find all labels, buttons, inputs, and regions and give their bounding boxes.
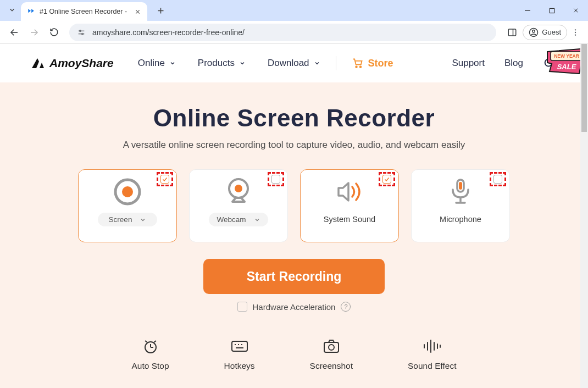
new-tab-button[interactable] xyxy=(153,3,168,18)
hero-section: Online Screen Recorder A versatile onlin… xyxy=(0,82,588,388)
guest-label: Guest xyxy=(542,28,561,36)
features-row: Auto Stop Hotkeys Screenshot Sound Effec… xyxy=(33,338,555,371)
keyboard-icon xyxy=(230,338,249,354)
vertical-scrollbar[interactable] xyxy=(580,44,588,388)
checkbox-microphone[interactable] xyxy=(493,175,502,184)
site-header: AmoyShare Online Products Download Store… xyxy=(0,44,588,82)
screen-dropdown[interactable]: Screen xyxy=(98,213,157,226)
close-window-button[interactable] xyxy=(564,2,588,19)
screen-icon xyxy=(113,178,142,206)
microphone-label: Microphone xyxy=(440,215,481,224)
svg-point-18 xyxy=(575,29,576,30)
page-subtitle: A versatile online screen recording tool… xyxy=(33,140,555,151)
tab-title: #1 Online Screen Recorder - xyxy=(40,8,133,15)
minimize-button[interactable] xyxy=(515,2,540,19)
window-controls xyxy=(515,0,588,21)
browser-tab[interactable]: #1 Online Screen Recorder - xyxy=(21,2,147,21)
hardware-acceleration-row: Hardware Acceleration ? xyxy=(33,302,555,312)
tab-search-button[interactable] xyxy=(5,3,19,16)
svg-point-21 xyxy=(356,66,357,68)
chevron-down-icon xyxy=(239,60,246,66)
checkbox-system-sound[interactable] xyxy=(382,175,391,184)
speaker-icon xyxy=(335,178,364,206)
tab-strip: #1 Online Screen Recorder - xyxy=(0,0,515,21)
svg-point-13 xyxy=(82,33,84,35)
info-icon[interactable]: ? xyxy=(341,302,351,312)
feature-auto-stop[interactable]: Auto Stop xyxy=(132,338,169,371)
site-settings-icon[interactable] xyxy=(76,28,87,37)
main-nav: Online Products Download xyxy=(138,58,320,69)
address-bar[interactable]: amoyshare.com/screen-recorder-free-onlin… xyxy=(69,24,496,41)
checkbox-screen[interactable] xyxy=(160,175,169,184)
hardware-acceleration-label: Hardware Acceleration xyxy=(253,302,336,312)
svg-line-39 xyxy=(154,341,156,342)
svg-rect-40 xyxy=(232,341,247,351)
highlight-system-sound-checkbox xyxy=(379,172,395,186)
highlight-microphone-checkbox xyxy=(490,172,506,186)
svg-point-22 xyxy=(359,66,361,68)
source-options: Screen Webcam xyxy=(33,169,555,242)
favicon-icon xyxy=(26,7,35,16)
logo-icon xyxy=(31,57,45,69)
tab-close-button[interactable] xyxy=(133,7,142,16)
webcam-dropdown[interactable]: Webcam xyxy=(209,213,268,226)
svg-point-30 xyxy=(235,185,242,192)
nav-divider xyxy=(336,56,336,70)
forward-button[interactable] xyxy=(26,25,42,40)
nav-download[interactable]: Download xyxy=(268,58,320,69)
browser-toolbar: amoyshare.com/screen-recorder-free-onlin… xyxy=(0,21,588,44)
soundwave-icon xyxy=(422,338,442,354)
checkbox-webcam[interactable] xyxy=(271,175,280,184)
browser-menu-button[interactable] xyxy=(567,24,584,41)
svg-point-12 xyxy=(80,30,81,32)
nav-products[interactable]: Products xyxy=(198,58,246,69)
side-panel-button[interactable] xyxy=(504,24,520,41)
titlebar: #1 Online Screen Recorder - xyxy=(0,0,588,21)
svg-point-20 xyxy=(575,34,576,35)
maximize-button[interactable] xyxy=(540,2,564,19)
nav-blog[interactable]: Blog xyxy=(504,58,523,69)
feature-hotkeys[interactable]: Hotkeys xyxy=(224,338,255,371)
url-text: amoyshare.com/screen-recorder-free-onlin… xyxy=(92,28,245,37)
chevron-down-icon xyxy=(140,217,146,223)
feature-sound-effect[interactable]: Sound Effect xyxy=(408,338,456,371)
svg-rect-34 xyxy=(459,182,462,190)
back-button[interactable] xyxy=(7,25,22,40)
option-microphone[interactable]: Microphone xyxy=(411,169,510,242)
guest-profile-button[interactable]: Guest xyxy=(523,25,567,40)
webcam-icon xyxy=(225,178,252,206)
svg-point-19 xyxy=(575,31,576,32)
page-viewport: AmoyShare Online Products Download Store… xyxy=(0,44,588,388)
option-webcam[interactable]: Webcam xyxy=(189,169,288,242)
highlight-screen-checkbox xyxy=(157,172,173,186)
highlight-webcam-checkbox xyxy=(268,172,284,186)
reload-button[interactable] xyxy=(46,25,62,40)
svg-rect-14 xyxy=(509,29,517,36)
right-nav: Support Blog xyxy=(452,57,555,69)
nav-store[interactable]: Store xyxy=(352,58,393,69)
system-sound-label: System Sound xyxy=(324,215,375,224)
cart-icon xyxy=(352,58,364,69)
scroll-thumb[interactable] xyxy=(581,44,587,132)
nav-support[interactable]: Support xyxy=(452,58,485,69)
start-recording-button[interactable]: Start Recording xyxy=(203,259,385,294)
sale-top-text: NEW YEAR xyxy=(554,53,579,59)
svg-line-38 xyxy=(145,341,147,342)
brand-name: AmoyShare xyxy=(49,57,114,70)
feature-screenshot[interactable]: Screenshot xyxy=(310,338,353,371)
option-system-sound[interactable]: System Sound xyxy=(300,169,399,242)
brand-logo[interactable]: AmoyShare xyxy=(31,57,114,70)
camera-icon xyxy=(321,338,341,354)
sale-bottom-text: SALE xyxy=(557,63,576,71)
svg-rect-45 xyxy=(324,342,339,352)
hardware-acceleration-checkbox[interactable] xyxy=(237,302,247,312)
option-screen[interactable]: Screen xyxy=(78,169,177,242)
page-title: Online Screen Recorder xyxy=(33,104,555,132)
svg-point-17 xyxy=(532,30,535,32)
svg-point-46 xyxy=(329,345,334,350)
microphone-icon xyxy=(448,178,473,206)
chevron-down-icon xyxy=(169,60,176,66)
nav-online[interactable]: Online xyxy=(138,58,176,69)
chevron-down-icon xyxy=(254,217,260,223)
chevron-down-icon xyxy=(314,60,320,66)
